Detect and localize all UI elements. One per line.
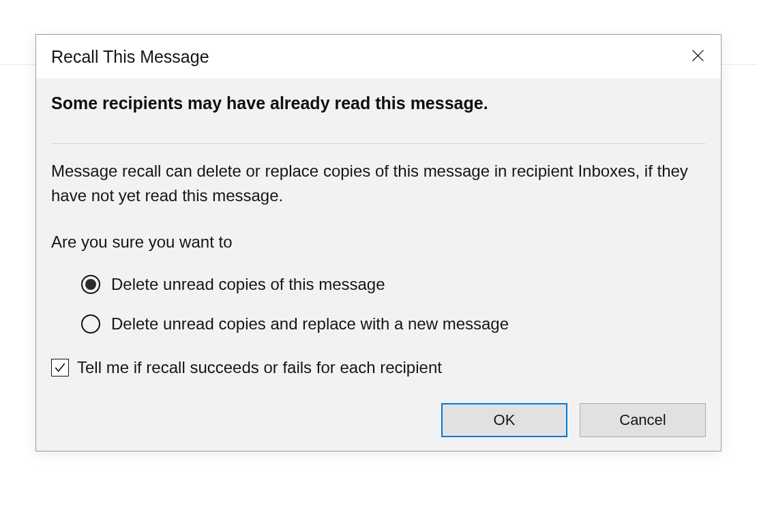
dialog-footer: OK Cancel	[51, 403, 706, 437]
close-icon	[691, 48, 705, 65]
prompt-text: Are you sure you want to	[51, 233, 706, 252]
description-text: Message recall can delete or replace cop…	[51, 159, 706, 208]
radio-icon	[81, 275, 100, 294]
recall-option-group: Delete unread copies of this message Del…	[81, 271, 706, 338]
checkbox-icon	[51, 359, 69, 376]
notify-checkbox-label: Tell me if recall succeeds or fails for …	[77, 358, 442, 377]
radio-icon	[81, 314, 100, 334]
cancel-button[interactable]: Cancel	[580, 403, 706, 437]
dialog-title: Recall This Message	[51, 47, 209, 67]
option-delete[interactable]: Delete unread copies of this message	[81, 271, 706, 298]
divider	[51, 143, 706, 144]
headline-text: Some recipients may have already read th…	[51, 92, 706, 115]
ok-button[interactable]: OK	[441, 403, 567, 437]
option-replace-label: Delete unread copies and replace with a …	[111, 314, 509, 334]
close-button[interactable]	[683, 42, 713, 72]
dialog-body: Some recipients may have already read th…	[36, 78, 721, 451]
recall-dialog: Recall This Message Some recipients may …	[35, 34, 722, 452]
option-delete-label: Delete unread copies of this message	[111, 275, 385, 294]
titlebar: Recall This Message	[36, 35, 721, 78]
notify-checkbox-row[interactable]: Tell me if recall succeeds or fails for …	[51, 358, 706, 377]
option-replace[interactable]: Delete unread copies and replace with a …	[81, 310, 706, 338]
